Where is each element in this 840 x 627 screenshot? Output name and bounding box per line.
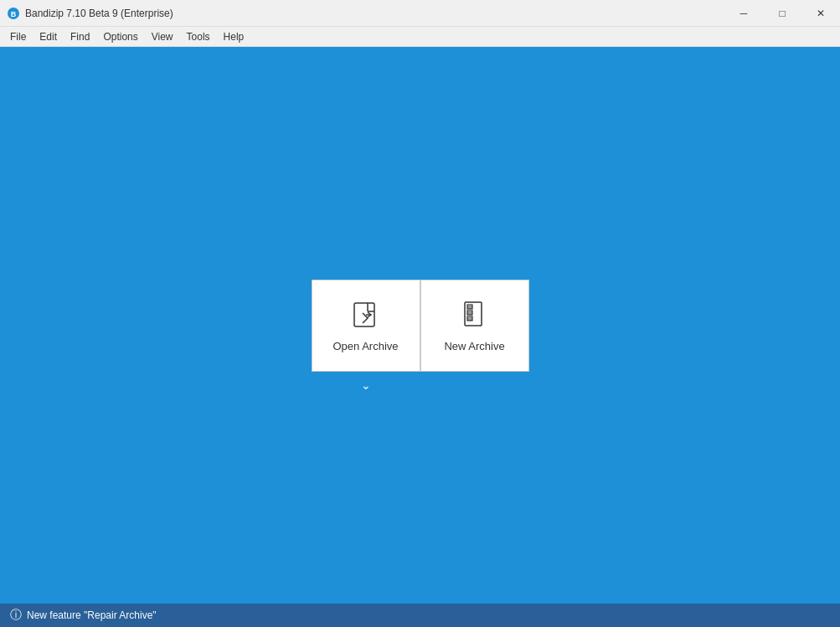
title-text: Bandizip 7.10 Beta 9 (Enterprise) (25, 8, 173, 19)
status-bar: ⓘ New feature "Repair Archive" (0, 604, 840, 627)
menu-item-tools[interactable]: Tools (180, 29, 217, 44)
window-controls: ─ □ ✕ (724, 0, 840, 27)
new-archive-label: New Archive (444, 340, 504, 352)
title-bar: B Bandizip 7.10 Beta 9 (Enterprise) ─ □ … (0, 0, 840, 27)
menu-item-edit[interactable]: Edit (33, 29, 64, 44)
menu-item-file[interactable]: File (3, 29, 33, 44)
info-icon: ⓘ (10, 608, 22, 623)
status-message: New feature "Repair Archive" (27, 609, 157, 621)
open-archive-button[interactable]: Open Archive (312, 280, 420, 372)
menu-bar: FileEditFindOptionsViewToolsHelp (0, 27, 840, 47)
app-icon: B (7, 7, 20, 20)
open-archive-label: Open Archive (332, 340, 398, 352)
close-button[interactable]: ✕ (801, 0, 840, 27)
minimize-button[interactable]: ─ (724, 0, 763, 27)
title-left: B Bandizip 7.10 Beta 9 (Enterprise) (7, 7, 173, 20)
new-archive-icon (458, 298, 492, 331)
maximize-button[interactable]: □ (763, 0, 801, 27)
open-archive-icon (349, 298, 383, 331)
menu-item-options[interactable]: Options (96, 29, 144, 44)
svg-text:B: B (11, 10, 17, 18)
menu-item-find[interactable]: Find (64, 29, 96, 44)
action-buttons: Open Archive New Archive (312, 280, 529, 372)
new-archive-button[interactable]: New Archive (420, 280, 529, 372)
menu-item-view[interactable]: View (145, 29, 180, 44)
chevron-icon: ⌄ (361, 378, 371, 392)
main-content: Open Archive New Archive (0, 47, 840, 604)
chevron-expand[interactable]: ⌄ (312, 378, 420, 392)
menu-item-help[interactable]: Help (217, 29, 251, 44)
